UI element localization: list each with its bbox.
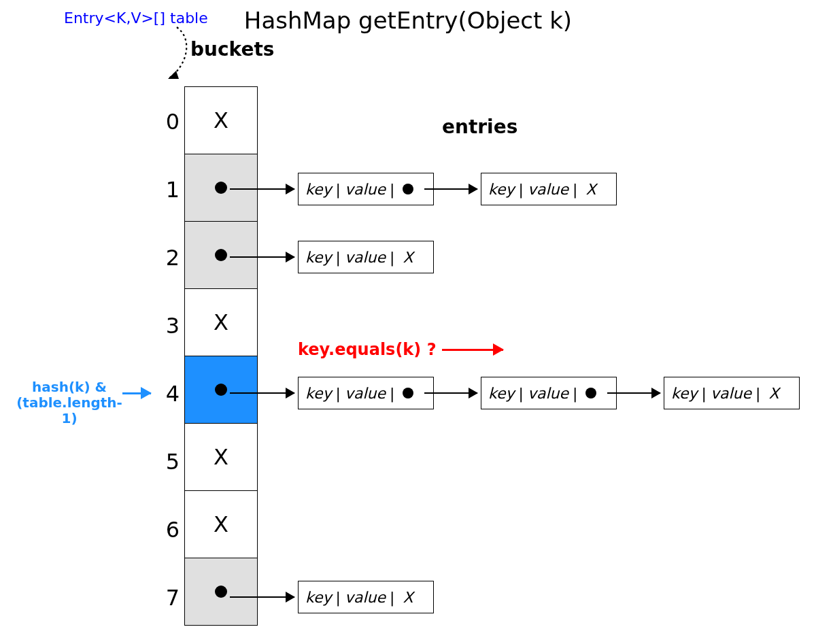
- chain-arrow-icon: [230, 596, 294, 598]
- chain-arrow-icon: [230, 188, 294, 190]
- entry-value-label: value: [345, 589, 386, 606]
- entry-value-label: value: [528, 385, 568, 402]
- null-marker: X: [214, 444, 228, 470]
- entry-value-label: value: [345, 249, 386, 266]
- pointer-dot-icon: [215, 182, 227, 194]
- entry-value-label: value: [711, 385, 751, 402]
- bucket-cell: X: [184, 86, 258, 154]
- entry-key-label: key: [305, 385, 332, 402]
- chain-arrow-icon: [607, 392, 660, 394]
- entry-node: key| value| X: [664, 377, 800, 409]
- pointer-dot-icon: [215, 384, 227, 396]
- bucket-index: 6: [152, 517, 180, 543]
- entry-value-label: value: [345, 385, 386, 402]
- bucket-cell-highlighted: [184, 356, 258, 424]
- entry-node: key| value|: [481, 377, 617, 409]
- hash-index-arrow-icon: [122, 392, 151, 394]
- pointer-dot-icon: [403, 388, 413, 399]
- pointer-dot-icon: [215, 249, 227, 261]
- equals-check-label: key.equals(k) ?: [298, 340, 437, 359]
- entry-key-label: key: [671, 385, 698, 402]
- bucket-index: 7: [152, 585, 180, 611]
- entry-node: key| value| X: [298, 241, 434, 273]
- bucket-index: 3: [152, 313, 180, 339]
- pointer-dot-icon: [403, 184, 413, 194]
- equals-check-arrow-icon: [442, 349, 503, 351]
- null-marker: X: [768, 385, 779, 402]
- entry-key-label: key: [488, 181, 515, 198]
- bucket-index: 4: [152, 381, 180, 407]
- bucket-index: 1: [152, 177, 180, 203]
- chain-arrow-icon: [424, 188, 477, 190]
- null-marker: X: [403, 249, 413, 266]
- hash-label-line1: hash(k) &: [32, 379, 107, 395]
- buckets-heading: buckets: [190, 38, 274, 61]
- hash-label-line2: (table.length-1): [16, 394, 122, 426]
- chain-arrow-icon: [230, 256, 294, 258]
- bucket-cell: X: [184, 288, 258, 356]
- entries-heading: entries: [442, 116, 517, 138]
- bucket-index: 0: [152, 109, 180, 135]
- chain-arrow-icon: [230, 392, 294, 394]
- entry-node: key| value| X: [298, 581, 434, 613]
- svg-marker-0: [168, 71, 179, 79]
- bucket-cell: [184, 221, 258, 289]
- null-marker: X: [585, 181, 596, 198]
- entry-node: key| value|: [298, 377, 434, 409]
- hash-index-label: hash(k) & (table.length-1): [15, 379, 124, 426]
- chain-arrow-icon: [424, 392, 477, 394]
- bucket-cell: [184, 558, 258, 626]
- entry-key-label: key: [305, 181, 332, 198]
- entry-key-label: key: [305, 589, 332, 606]
- entry-value-label: value: [345, 181, 386, 198]
- entry-node: key| value| X: [481, 173, 617, 205]
- entry-array-label: Entry<K,V>[] table: [64, 10, 208, 27]
- entry-value-label: value: [528, 181, 568, 198]
- bucket-cell: X: [184, 490, 258, 558]
- bucket-cell: X: [184, 423, 258, 491]
- entry-key-label: key: [488, 385, 515, 402]
- bucket-index: 2: [152, 245, 180, 271]
- null-marker: X: [403, 589, 413, 606]
- bucket-table: X X X X: [184, 87, 258, 626]
- entry-node: key| value|: [298, 173, 434, 205]
- bucket-index: 5: [152, 449, 180, 475]
- entry-key-label: key: [305, 249, 332, 266]
- null-marker: X: [214, 309, 228, 335]
- pointer-dot-icon: [585, 388, 596, 399]
- pointer-dot-icon: [215, 586, 227, 598]
- null-marker: X: [214, 107, 228, 133]
- null-marker: X: [214, 511, 228, 537]
- bucket-cell: [184, 154, 258, 222]
